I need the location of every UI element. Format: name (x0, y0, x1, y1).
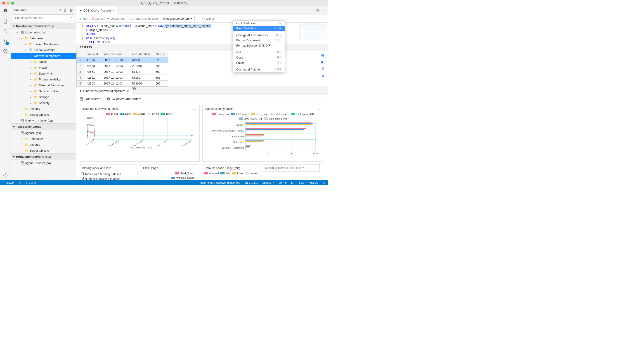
context-menu-item[interactable]: Change All Occurrences⌘F2 (233, 32, 285, 38)
new-group-icon[interactable] (64, 8, 68, 12)
table-row[interactable]: 4425612017-10-12 03:…51169663 (77, 75, 168, 81)
legend-item[interactable]: used_space_MB (239, 117, 262, 120)
context-menu-item[interactable]: Cut⌘X (233, 50, 285, 55)
legend-item[interactable]: 42589 (161, 113, 173, 116)
tree-folder[interactable]: ▸Tables (11, 59, 76, 64)
breadcrumb-server[interactable]: kubernetes (86, 97, 101, 101)
context-menu-item[interactable]: Format Selection [⌘K ⌘F] (233, 43, 285, 48)
server-node[interactable]: ▸linux-vm, master (sa) (11, 118, 76, 123)
table-row[interactable]: 1419962017-10-11 10:…61931525 (77, 57, 168, 63)
spaces[interactable]: Spaces: 4 (260, 181, 277, 184)
tree-folder[interactable]: ▾Databases (11, 136, 76, 142)
more-icon[interactable]: ⋯ (132, 90, 135, 94)
minimap[interactable] (299, 24, 326, 41)
results-export-icon[interactable]: {} (321, 60, 325, 64)
legend-item[interactable]: total_pages (231, 113, 249, 116)
source-control-icon[interactable]: 1 (3, 38, 8, 44)
tree-folder[interactable]: ▸External Resources (11, 82, 76, 88)
cancel-button[interactable]: ☐ Cancel (91, 17, 104, 20)
servers-icon[interactable] (3, 8, 8, 14)
tree-item-db[interactable]: ▾WideWorldImporters (11, 53, 76, 59)
editor-action-icon[interactable] (132, 87, 136, 90)
tree-folder[interactable]: ▸Server Objects (11, 112, 76, 118)
widget-more-icon[interactable]: ... (131, 166, 135, 170)
provider[interactable]: MSSQL (307, 181, 321, 184)
legend-item[interactable]: 42076 (120, 113, 132, 116)
editor-action-icon[interactable] (315, 9, 319, 12)
window-close[interactable] (2, 2, 5, 4)
legend-item[interactable]: Used_Space (175, 172, 194, 175)
legend-item[interactable]: data_space_MB (264, 117, 287, 120)
server-group[interactable]: ▾Production Server Group (11, 154, 76, 160)
legend-item[interactable]: Available_Space (171, 176, 194, 179)
tree-folder[interactable]: ▸Security (11, 142, 76, 148)
sidebar-search-input[interactable] (13, 14, 74, 21)
git-branch[interactable]: ᛘ master* (0, 181, 16, 184)
legend-item[interactable]: reserved (204, 172, 219, 175)
server-node[interactable]: ▾agent1, (sa) (11, 130, 76, 136)
errors-warnings[interactable]: ⊘ 0 ⚠ 0 (23, 181, 38, 184)
tree-folder[interactable]: ▸Programmability (11, 76, 76, 82)
close-icon[interactable]: × (127, 89, 129, 93)
legend-item[interactable]: 42401 (133, 113, 145, 116)
server-group[interactable]: ▾Development Server Group (11, 23, 76, 29)
disconnect-button[interactable]: ⚮ Disconnect (107, 17, 125, 20)
context-menu-item[interactable]: Peek Definition⌥F12 (233, 26, 285, 31)
legend-item[interactable]: total_space_MB (291, 113, 314, 116)
server-group[interactable]: ▾Test Server Group (11, 123, 76, 130)
breadcrumb-db[interactable]: WideWorldImporters (113, 97, 141, 101)
legend-item[interactable]: data_pages (271, 113, 289, 116)
close-icon[interactable]: × (113, 9, 114, 12)
tree-folder[interactable]: ▸Security (11, 100, 76, 106)
context-menu-item[interactable]: Copy⌘C (233, 55, 285, 60)
run-button[interactable]: ▷ Run (80, 17, 88, 20)
widget-more-icon[interactable]: ... (193, 107, 197, 110)
results-chart-icon[interactable] (321, 74, 325, 77)
context-menu-item[interactable]: Go to DefinitionF12 (233, 20, 285, 26)
eol[interactable]: LF (289, 181, 297, 184)
tree-item-db[interactable]: ▸AdventureWorks (11, 47, 76, 53)
language[interactable]: SQL (297, 181, 307, 184)
new-connection-icon[interactable] (58, 8, 62, 12)
tree-folder[interactable]: ▸Service Broker (11, 88, 76, 94)
search-icon[interactable] (3, 28, 8, 34)
results-table[interactable]: query_idlast_execution…max_durationplan_… (77, 51, 168, 86)
context-menu-item[interactable]: Command Palette...⇧⌘P (233, 67, 285, 72)
window-maximize[interactable] (11, 2, 14, 4)
cursor-pos[interactable]: Ln 1, Col 1 (242, 181, 260, 184)
table-row[interactable]: 2425632017-10-12 03:…221918665 (77, 63, 168, 69)
widget-more-icon[interactable]: ... (192, 166, 196, 170)
tree-folder[interactable]: ▾Databases (11, 35, 76, 41)
tree-folder[interactable]: ▸Security (11, 106, 76, 112)
settings-icon[interactable] (3, 172, 8, 178)
explain-button[interactable]: ᵃᵇ Explain (202, 17, 216, 20)
sync-icon[interactable]: ⟳ (16, 181, 23, 184)
tree-item-folder[interactable]: ▸System Databases (11, 41, 76, 47)
tree-folder[interactable]: ▸Views (11, 64, 76, 70)
dashboard-tab[interactable]: ≡ kubernetes:WideWorldImporters × (77, 87, 132, 95)
feedback-icon[interactable]: ☺ (321, 181, 328, 184)
editor-tab[interactable]: ≡ QDS_Query_Perf.sql × (77, 6, 118, 15)
clear-icon[interactable]: ✕ (70, 16, 73, 19)
table-row[interactable]: 3425612017-10-12 03:…61414663 (77, 69, 168, 75)
database-select[interactable]: WideWorldImporters ▾ (161, 16, 195, 21)
window-minimize[interactable] (7, 2, 10, 4)
dashboard-search-input[interactable] (263, 164, 320, 172)
legend-item[interactable]: data (220, 172, 230, 175)
change-connection-button[interactable]: ↺ Change Connection (128, 17, 158, 20)
results-copy-icon[interactable] (321, 67, 325, 70)
table-row[interactable]: 5425632017-10-12 03…563056665 (77, 81, 168, 86)
encoding[interactable]: UTF-8 (277, 181, 289, 184)
more-icon[interactable]: ⋯ (322, 9, 325, 12)
legend-item[interactable]: index (232, 172, 243, 175)
legend-item[interactable]: rows_count (212, 113, 230, 116)
server-node[interactable]: ▾kubernetes, (sa) (11, 29, 76, 35)
widget-more-icon[interactable]: ... (317, 107, 320, 110)
tree-folder[interactable]: ▸Server Objects (11, 148, 76, 154)
sidebar-search[interactable]: ✕ (13, 14, 74, 21)
context-menu-item[interactable]: Format Document⌥⇧F (233, 38, 285, 43)
tree-folder[interactable]: ▸Storage (11, 94, 76, 100)
legend-item[interactable]: 42563 (147, 113, 159, 116)
connection-status[interactable]: kubernetes : WideWorldImporters (198, 181, 243, 184)
widget-more-icon[interactable]: ... (254, 166, 258, 170)
